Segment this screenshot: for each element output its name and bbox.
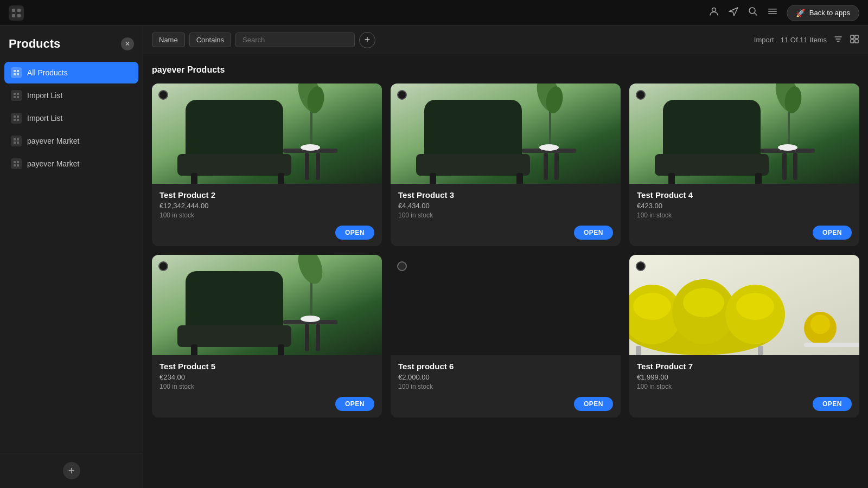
product-price: €1,999.00 xyxy=(637,373,852,381)
product-stock: 100 in stock xyxy=(637,383,852,390)
sort-icon[interactable] xyxy=(833,34,843,46)
product-name: Test Product 7 xyxy=(637,362,852,371)
svg-rect-77 xyxy=(305,324,309,351)
sidebar-item-all-products[interactable]: All Products xyxy=(4,62,138,84)
products-grid: Test Product 2 €12,342,444.00 100 in sto… xyxy=(152,84,859,418)
open-button-6[interactable]: OPEN xyxy=(574,397,613,411)
svg-point-4 xyxy=(712,8,716,12)
svg-rect-52 xyxy=(516,173,523,184)
section-title: payever Products xyxy=(152,65,859,75)
sidebar-item-payever-market-2[interactable]: payever Market xyxy=(4,153,138,175)
import-button[interactable]: Import xyxy=(754,36,774,44)
svg-rect-73 xyxy=(177,325,291,347)
sidebar-close-button[interactable]: ✕ xyxy=(121,37,134,50)
product-checkbox-5[interactable] xyxy=(158,261,168,271)
open-button-2[interactable]: OPEN xyxy=(335,226,374,240)
sidebar-footer: + xyxy=(0,453,143,488)
product-card-5: Test Product 5 €234.00 100 in stock OPEN xyxy=(152,255,382,418)
product-checkbox-6[interactable] xyxy=(397,261,407,271)
svg-rect-63 xyxy=(668,173,675,184)
product-footer: OPEN xyxy=(152,226,382,246)
svg-rect-32 xyxy=(855,40,858,43)
sidebar-item-import-list-2[interactable]: Import List xyxy=(4,107,138,129)
product-info: Test product 6 €2,000.00 100 in stock xyxy=(391,355,621,397)
filter-right: Import 11 Of 11 Items xyxy=(754,34,859,46)
product-price: €12,342,444.00 xyxy=(159,202,374,210)
svg-rect-12 xyxy=(17,73,19,75)
sidebar-item-icon xyxy=(11,158,22,169)
svg-rect-62 xyxy=(655,154,769,176)
svg-rect-15 xyxy=(14,96,16,98)
product-info: Test Product 4 €423.00 100 in stock xyxy=(629,184,859,226)
search-input[interactable] xyxy=(235,33,355,47)
svg-rect-66 xyxy=(782,153,787,180)
person-icon[interactable] xyxy=(709,6,719,20)
sidebar-item-label: Import List xyxy=(27,91,62,100)
svg-rect-67 xyxy=(793,153,797,180)
sidebar-item-import-list-1[interactable]: Import List xyxy=(4,85,138,106)
topbar: 🚀 Back to apps xyxy=(0,0,868,26)
svg-rect-1 xyxy=(17,9,21,12)
product-checkbox-7[interactable] xyxy=(636,261,646,271)
filter-name-chip[interactable]: Name xyxy=(152,33,185,47)
svg-point-5 xyxy=(749,8,755,14)
svg-rect-11 xyxy=(14,73,16,75)
svg-rect-39 xyxy=(191,173,197,184)
filter-add-button[interactable]: + xyxy=(359,32,375,48)
menu-icon[interactable] xyxy=(767,6,778,20)
product-stock: 100 in stock xyxy=(637,211,852,219)
product-checkbox-3[interactable] xyxy=(397,90,407,100)
sidebar-item-payever-market-1[interactable]: payever Market xyxy=(4,130,138,152)
svg-rect-19 xyxy=(14,119,16,121)
svg-rect-38 xyxy=(177,154,291,176)
product-info: Test Product 7 €1,999.00 100 in stock xyxy=(629,355,859,397)
svg-rect-28 xyxy=(17,164,19,166)
svg-rect-7 xyxy=(768,11,777,12)
grid-view-icon[interactable] xyxy=(850,34,859,46)
product-card-4: Test Product 4 €423.00 100 in stock OPEN xyxy=(629,84,859,246)
svg-rect-14 xyxy=(17,93,19,95)
product-name: Test product 6 xyxy=(398,362,613,371)
sidebar-items: All Products Import List xyxy=(0,60,143,453)
svg-rect-92 xyxy=(804,343,859,347)
product-stock: 100 in stock xyxy=(159,383,374,390)
svg-rect-16 xyxy=(17,96,19,98)
open-button-5[interactable]: OPEN xyxy=(335,397,374,411)
product-checkbox-2[interactable] xyxy=(158,90,168,100)
svg-rect-40 xyxy=(278,173,284,184)
svg-rect-29 xyxy=(851,35,854,38)
svg-point-85 xyxy=(633,293,671,320)
svg-rect-2 xyxy=(12,14,15,17)
svg-point-89 xyxy=(810,314,830,334)
open-button-4[interactable]: OPEN xyxy=(813,226,852,240)
back-to-apps-button[interactable]: 🚀 Back to apps xyxy=(787,5,859,21)
sidebar-item-label: All Products xyxy=(27,68,68,77)
svg-rect-13 xyxy=(14,93,16,95)
topbar-right: 🚀 Back to apps xyxy=(709,5,859,21)
filter-contains-chip[interactable]: Contains xyxy=(189,33,231,47)
main-layout: Products ✕ All Products xyxy=(0,26,868,488)
product-footer: OPEN xyxy=(629,397,859,418)
product-price: €2,000.00 xyxy=(398,373,613,381)
product-info: Test Product 5 €234.00 100 in stock xyxy=(152,355,382,397)
product-price: €4,434.00 xyxy=(398,202,613,210)
product-checkbox-4[interactable] xyxy=(636,90,646,100)
product-price: €423.00 xyxy=(637,202,852,210)
svg-rect-23 xyxy=(14,142,16,144)
product-info: Test Product 3 €4,434.00 100 in stock xyxy=(391,184,621,226)
svg-point-79 xyxy=(301,316,320,322)
svg-rect-17 xyxy=(14,115,16,118)
sidebar-add-button[interactable]: + xyxy=(63,462,80,479)
svg-point-87 xyxy=(736,293,774,320)
svg-rect-20 xyxy=(17,119,19,121)
product-card-6: Test product 6 €2,000.00 100 in stock OP… xyxy=(391,255,621,418)
send-icon[interactable] xyxy=(728,6,739,20)
search-icon[interactable] xyxy=(748,6,758,20)
open-button-3[interactable]: OPEN xyxy=(574,226,613,240)
svg-rect-18 xyxy=(17,115,19,118)
svg-rect-91 xyxy=(758,346,763,355)
product-footer: OPEN xyxy=(152,397,382,418)
svg-rect-10 xyxy=(17,70,19,72)
open-button-7[interactable]: OPEN xyxy=(813,397,852,411)
sidebar-item-icon xyxy=(11,113,22,124)
